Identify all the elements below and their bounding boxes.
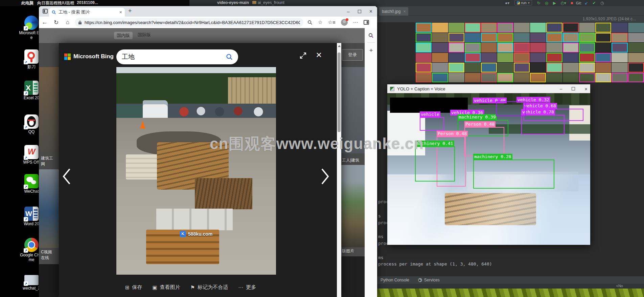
tab-close-icon[interactable]: ×: [119, 9, 122, 15]
detection-outline: [496, 101, 526, 116]
stop-icon[interactable]: ■: [571, 0, 573, 6]
thumbnail-caption[interactable]: C视频在线: [41, 249, 52, 261]
close-icon[interactable]: ×: [403, 9, 406, 14]
mosaic-tile: [595, 53, 611, 63]
history-icon[interactable]: ◷: [600, 0, 604, 6]
mosaic-tile: [465, 53, 481, 63]
minimize-button[interactable]: –: [347, 9, 350, 14]
mosaic-tile: [514, 63, 530, 72]
flag-icon: ⚑: [190, 284, 195, 291]
user-icon[interactable]: ●▾: [505, 0, 509, 6]
back-icon[interactable]: ←: [39, 19, 50, 26]
tab-domestic[interactable]: 国内版: [114, 32, 133, 39]
search-icon[interactable]: [226, 54, 233, 60]
mosaic-tile: [481, 73, 497, 83]
tab-actions-icon[interactable]: [43, 9, 48, 14]
mosaic-tile: [628, 63, 644, 72]
flag-inappropriate-button[interactable]: ⚑标记为不合适: [190, 284, 228, 291]
detection-label: Person 0.48: [437, 131, 468, 136]
result-thumbnail[interactable]: [39, 264, 59, 297]
mosaic-tile: [497, 23, 513, 33]
modal-scrollbar[interactable]: [337, 43, 341, 297]
home-icon[interactable]: ⌂: [62, 19, 73, 26]
detection-label: vehicle 0.68: [523, 103, 557, 109]
result-thumbnail[interactable]: [341, 165, 365, 247]
bing-logo[interactable]: Microsoft Bing: [64, 53, 114, 60]
coverage-icon[interactable]: ▶: [553, 0, 556, 6]
microsoft-logo-icon: [64, 54, 71, 60]
detection-label: vehicle 0.78: [521, 109, 555, 115]
breadcrumb-folder[interactable]: ai_eyes_frount: [258, 0, 284, 5]
minimize-button[interactable]: –: [560, 86, 562, 91]
signin-button[interactable]: 登录: [342, 49, 363, 61]
mosaic-tile: [546, 63, 562, 72]
view-image-button[interactable]: ▣查看图片: [153, 284, 180, 291]
new-tab-button[interactable]: +: [128, 7, 132, 15]
fullscreen-icon[interactable]: [299, 51, 307, 60]
word-icon: W↗: [24, 207, 39, 221]
mosaic-tile: [416, 23, 432, 33]
zoom-icon[interactable]: [307, 20, 313, 25]
sidebar-add-icon[interactable]: +: [365, 47, 377, 54]
mosaic-tile: [432, 33, 448, 43]
git-update-icon[interactable]: ↙: [584, 0, 588, 6]
editor-tab-bar: batch0.jpg×: [377, 6, 644, 16]
run-icon[interactable]: ↻: [537, 0, 540, 6]
taskbar-item-sunflower[interactable]: 向日葵远程控: [37, 0, 62, 6]
address-bar[interactable]: https://cn.bing.com/images/search?view=d…: [75, 18, 303, 27]
result-thumbnail[interactable]: [39, 169, 59, 248]
maximize-button[interactable]: [358, 10, 361, 13]
favorite-star-icon[interactable]: ☆: [318, 19, 322, 25]
mosaic-tile: [416, 43, 432, 52]
result-thumbnail[interactable]: [341, 256, 365, 297]
thumbnail-caption[interactable]: 工人|建筑: [342, 157, 359, 163]
edge-sidebar: +: [365, 28, 377, 297]
tab-services[interactable]: ▶Services: [418, 278, 440, 282]
sidebar-toggle-icon[interactable]: [364, 20, 369, 25]
close-button[interactable]: ×: [369, 8, 372, 15]
previous-image-button[interactable]: [62, 168, 72, 185]
tab-python-console[interactable]: Python Console: [381, 278, 409, 282]
breadcrumb-project[interactable]: video-eyes-main: [217, 0, 249, 5]
breadcrumb[interactable]: video-eyes-mainai_eyes_frount: [217, 0, 284, 5]
tab-international[interactable]: 国际版: [138, 32, 151, 38]
detail-image[interactable]: K 588ku.com: [116, 67, 276, 275]
top-strip: 此电脑 向日葵远程控 UU远程 20181109... video-eyes-m…: [0, 0, 644, 6]
menu-ellipsis-icon[interactable]: ⋯: [353, 19, 358, 25]
profiler-icon[interactable]: ◴▾: [560, 0, 566, 6]
close-button[interactable]: ×: [584, 86, 588, 92]
taskbar-item-20181109[interactable]: 20181109...: [77, 0, 98, 5]
modal-search-box[interactable]: 工地: [116, 49, 238, 64]
photo-cone: [140, 121, 145, 129]
yolo-title-bar[interactable]: YOLO + Caption + Voice – ×: [387, 84, 590, 93]
taskbar-item-this-pc[interactable]: 此电脑: [21, 0, 33, 6]
sidebar-search-icon[interactable]: [368, 33, 374, 38]
yingdao-icon: ↗: [24, 49, 39, 64]
thumbnail-caption[interactable]: 版图片: [342, 248, 354, 254]
console-line: ms: [378, 234, 384, 239]
taskbar-item-uu-remote[interactable]: UU远程: [60, 0, 74, 6]
editor-tab-batch0[interactable]: batch0.jpg×: [379, 7, 408, 16]
git-commit-icon[interactable]: ✔: [593, 0, 596, 6]
next-image-button[interactable]: [320, 168, 330, 185]
scroll-up-icon[interactable]: [338, 45, 341, 47]
more-button[interactable]: ⋯更多: [238, 284, 256, 291]
favorites-list-icon[interactable]: ☆≡: [328, 19, 335, 25]
git-label: Git:: [576, 1, 582, 5]
refresh-icon[interactable]: ↻: [50, 19, 62, 26]
app-icon: [390, 87, 394, 91]
scrollbar-thumb[interactable]: [338, 52, 341, 132]
result-thumbnail[interactable]: [39, 67, 59, 154]
mosaic-tile: [448, 73, 464, 83]
search-input[interactable]: 工地: [122, 52, 226, 61]
browser-tab[interactable]: 工地 - 搜索 图片 ×: [49, 8, 125, 17]
debug-icon[interactable]: ◎: [545, 0, 548, 6]
mosaic-tile: [465, 43, 481, 52]
profile-avatar[interactable]: [341, 19, 348, 26]
mosaic-tile: [563, 53, 579, 63]
modal-close-icon[interactable]: ×: [316, 49, 322, 61]
save-button[interactable]: ⊞保存: [125, 284, 142, 291]
maximize-button[interactable]: [572, 87, 575, 90]
thumbnail-caption[interactable]: 建筑工网: [41, 155, 53, 167]
run-config-dropdown[interactable]: run▾: [514, 0, 532, 5]
